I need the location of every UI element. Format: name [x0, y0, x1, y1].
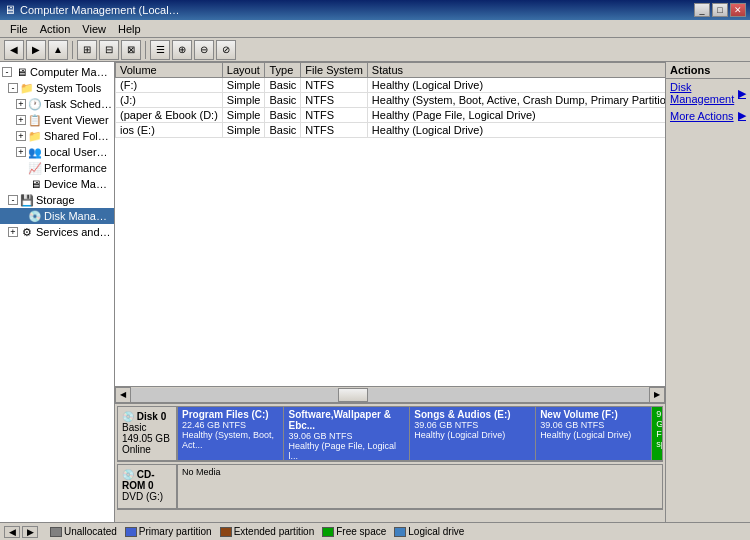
- disk0-label: 💿 Disk 0 Basic 149.05 GB Online: [117, 406, 177, 461]
- menu-view[interactable]: View: [76, 22, 112, 36]
- disk0-label-text: Disk 0: [137, 411, 166, 422]
- scroll-left-button[interactable]: ◀: [115, 387, 131, 403]
- table-cell: (F:): [116, 78, 223, 93]
- toolbar-btn-3[interactable]: ⊠: [121, 40, 141, 60]
- status-bar: ◀ ▶ Unallocated Primary partition Extend…: [0, 522, 750, 540]
- table-cell: Simple: [222, 108, 265, 123]
- scroll-thumb[interactable]: [338, 388, 368, 402]
- menu-help[interactable]: Help: [112, 22, 147, 36]
- partition-free[interactable]: 9.40 GB Free space: [652, 407, 663, 460]
- sidebar-item-disk-management[interactable]: + 💿 Disk Management: [0, 208, 114, 224]
- toolbar-btn-1[interactable]: ⊞: [77, 40, 97, 60]
- disk0-size: 149.05 GB: [122, 433, 172, 444]
- legend-extended: Extended partition: [220, 526, 315, 537]
- sidebar-item-shared-folders[interactable]: + 📁 Shared Folders: [0, 128, 114, 144]
- toolbar-separator-2: [145, 41, 146, 59]
- table-cell: NTFS: [301, 78, 367, 93]
- maximize-button[interactable]: □: [712, 3, 728, 17]
- sidebar-item-system-tools[interactable]: - 📁 System Tools: [0, 80, 114, 96]
- partition-f-status: Healthy (Logical Drive): [540, 430, 647, 440]
- h-scrollbar[interactable]: ◀ ▶: [115, 386, 665, 402]
- actions-panel: Actions Disk Management ▶ More Actions ▶: [665, 62, 750, 522]
- table-header-row: Volume Layout Type File System Status Ca…: [116, 63, 666, 78]
- sidebar-item-event-viewer[interactable]: + 📋 Event Viewer: [0, 112, 114, 128]
- col-header-layout[interactable]: Layout: [222, 63, 265, 78]
- partition-c-status: Healthy (System, Boot, Act...: [182, 430, 279, 450]
- sidebar-item-services[interactable]: + ⚙ Services and Applications: [0, 224, 114, 240]
- upper-table-container[interactable]: Volume Layout Type File System Status Ca…: [115, 62, 665, 386]
- col-header-volume[interactable]: Volume: [116, 63, 223, 78]
- partition-f[interactable]: New Volume (F:) 39.06 GB NTFS Healthy (L…: [536, 407, 652, 460]
- table-cell: Basic: [265, 78, 301, 93]
- toolbar-btn-6[interactable]: ⊖: [194, 40, 214, 60]
- table-cell: Healthy (Logical Drive): [367, 123, 665, 138]
- scroll-right-button[interactable]: ▶: [649, 387, 665, 403]
- partition-e[interactable]: Songs & Audios (E:) 39.06 GB NTFS Health…: [410, 407, 536, 460]
- disk0-partitions: Program Files (C:) 22.46 GB NTFS Healthy…: [177, 406, 663, 461]
- table-row[interactable]: (paper & Ebook (D:)SimpleBasicNTFSHealth…: [116, 108, 666, 123]
- partition-d[interactable]: Software,Wallpaper & Ebc... 39.06 GB NTF…: [284, 407, 410, 460]
- partition-d-name: Software,Wallpaper & Ebc...: [288, 409, 405, 431]
- legend-freespace-label: Free space: [336, 526, 386, 537]
- table-row[interactable]: (F:)SimpleBasicNTFSHealthy (Logical Driv…: [116, 78, 666, 93]
- forward-button[interactable]: ▶: [26, 40, 46, 60]
- sidebar-item-storage[interactable]: - 💾 Storage: [0, 192, 114, 208]
- status-scroll-arrow-right[interactable]: ▶: [22, 526, 38, 538]
- menu-action[interactable]: Action: [34, 22, 77, 36]
- sidebar-item-performance[interactable]: + 📈 Performance: [0, 160, 114, 176]
- title-bar-controls[interactable]: _ □ ✕: [694, 3, 746, 17]
- status-scroll-arrow-left[interactable]: ◀: [4, 526, 20, 538]
- action-more-actions[interactable]: More Actions ▶: [666, 107, 750, 124]
- expand-icon-services[interactable]: +: [8, 227, 18, 237]
- cdrom0-name: 💿 CD-ROM 0: [122, 469, 172, 491]
- close-button[interactable]: ✕: [730, 3, 746, 17]
- expand-icon-storage[interactable]: -: [8, 195, 18, 205]
- sidebar-label-performance: Performance: [44, 162, 107, 174]
- toolbar-btn-4[interactable]: ☰: [150, 40, 170, 60]
- cdrom0-icon: 💿: [122, 469, 134, 480]
- legend-unallocated-label: Unallocated: [64, 526, 117, 537]
- disk0-status: Online: [122, 444, 172, 455]
- expand-icon-local-users[interactable]: +: [16, 147, 26, 157]
- scroll-track[interactable]: [131, 388, 649, 402]
- sidebar-label-shared-folders: Shared Folders: [44, 130, 112, 142]
- cdrom0-row: 💿 CD-ROM 0 DVD (G:) No Media: [117, 464, 663, 510]
- expand-icon-system-tools[interactable]: -: [8, 83, 18, 93]
- expand-icon-root[interactable]: -: [2, 67, 12, 77]
- sidebar-item-task-scheduler[interactable]: + 🕐 Task Scheduler: [0, 96, 114, 112]
- expand-icon-event-viewer[interactable]: +: [16, 115, 26, 125]
- action-disk-management-label: Disk Management: [670, 81, 738, 105]
- sidebar-item-local-users[interactable]: + 👥 Local Users and Groups: [0, 144, 114, 160]
- col-header-status[interactable]: Status: [367, 63, 665, 78]
- back-button[interactable]: ◀: [4, 40, 24, 60]
- toolbar-btn-5[interactable]: ⊕: [172, 40, 192, 60]
- table-body: (F:)SimpleBasicNTFSHealthy (Logical Driv…: [116, 78, 666, 138]
- scroll-left-status[interactable]: ◀ ▶: [4, 526, 38, 538]
- table-row[interactable]: ios (E:)SimpleBasicNTFSHealthy (Logical …: [116, 123, 666, 138]
- partition-e-name: Songs & Audios (E:): [414, 409, 531, 420]
- sidebar-label-system-tools: System Tools: [36, 82, 101, 94]
- legend-logical: Logical drive: [394, 526, 464, 537]
- col-header-type[interactable]: Type: [265, 63, 301, 78]
- disk0-row: 💿 Disk 0 Basic 149.05 GB Online Program …: [117, 406, 663, 462]
- toolbar-btn-7[interactable]: ⊘: [216, 40, 236, 60]
- local-users-icon: 👥: [28, 145, 42, 159]
- sidebar-item-device-manager[interactable]: + 🖥 Device Manager: [0, 176, 114, 192]
- cdrom0-no-media: No Media: [178, 465, 662, 508]
- expand-icon-shared-folders[interactable]: +: [16, 131, 26, 141]
- cdrom0-status: No Media: [182, 467, 658, 477]
- col-header-filesystem[interactable]: File System: [301, 63, 367, 78]
- up-button[interactable]: ▲: [48, 40, 68, 60]
- sidebar-item-computer-management[interactable]: - 🖥 Computer Management (Local…: [0, 64, 114, 80]
- expand-icon-task-scheduler[interactable]: +: [16, 99, 26, 109]
- minimize-button[interactable]: _: [694, 3, 710, 17]
- menu-file[interactable]: File: [4, 22, 34, 36]
- partition-c[interactable]: Program Files (C:) 22.46 GB NTFS Healthy…: [178, 407, 284, 460]
- table-cell: NTFS: [301, 123, 367, 138]
- table-row[interactable]: (J:)SimpleBasicNTFSHealthy (System, Boot…: [116, 93, 666, 108]
- toolbar-btn-2[interactable]: ⊟: [99, 40, 119, 60]
- action-disk-management[interactable]: Disk Management ▶: [666, 79, 750, 107]
- partition-d-size: 39.06 GB NTFS: [288, 431, 405, 441]
- legend-extended-box: [220, 527, 232, 537]
- cdrom0-partitions: No Media: [177, 464, 663, 509]
